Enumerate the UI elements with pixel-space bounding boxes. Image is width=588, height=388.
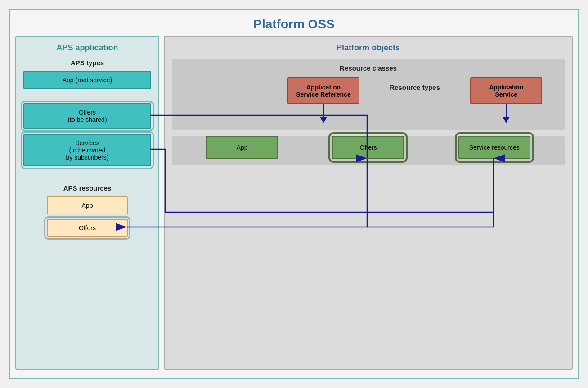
offers-resource-box: Offers [47, 219, 128, 237]
resource-classes-row: ApplicationService Reference Resource ty… [179, 77, 557, 123]
services-owned-box: Services(to be ownedby subscribers) [23, 134, 151, 166]
service-resources-type-box: Service resources [458, 136, 530, 159]
app-service-ref-box: ApplicationService Reference [287, 77, 359, 104]
content-row: APS application APS types App (root serv… [10, 36, 578, 375]
resource-types-label: Resource types [390, 84, 440, 91]
app-resource-box: App [47, 196, 128, 214]
resource-classes-area: Resource classes ApplicationService Refe… [172, 59, 565, 130]
app-service-box: ApplicationService [470, 77, 542, 104]
resource-classes-label: Resource classes [179, 64, 557, 72]
app-service-ref-col: ApplicationService Reference [287, 77, 359, 123]
aps-application-title: APS application [23, 43, 151, 53]
page-title: Platform OSS [10, 10, 578, 36]
left-panel: APS application APS types App (root serv… [15, 36, 159, 370]
app-root-service-box: App (root service) [23, 71, 151, 89]
app-service-ref-label: ApplicationService Reference [296, 84, 350, 98]
resource-types-row: App Offers Service resources [172, 136, 565, 165]
services-owned-label: Services(to be ownedby subscribers) [66, 139, 109, 161]
main-container: Platform OSS APS application APS types A… [9, 9, 579, 379]
aps-types-label: APS types [23, 59, 151, 67]
right-panel: Platform objects Resource classes Applic… [164, 36, 573, 370]
offers-shared-label: Offers(to be shared) [67, 109, 107, 123]
aps-resources-label: APS resources [23, 184, 151, 192]
app-service-col: ApplicationService [470, 77, 542, 123]
offers-shared-box: Offers(to be shared) [23, 103, 151, 129]
app-type-box: App [206, 136, 278, 159]
app-service-label: ApplicationService [489, 84, 523, 98]
offers-type-box: Offers [332, 136, 404, 159]
platform-objects-title: Platform objects [172, 43, 565, 53]
aps-resources-section: APS resources App Offers [23, 184, 151, 237]
